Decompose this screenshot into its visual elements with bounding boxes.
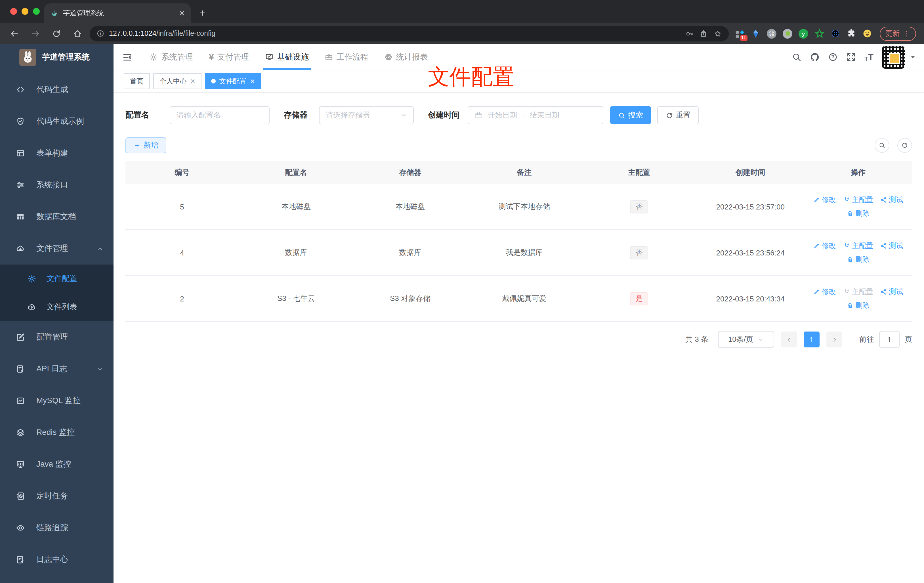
new-tab-button[interactable]: + [195,6,210,20]
sidebar-item-MySQL 监控[interactable]: MySQL 监控 [0,385,114,417]
window-close-button[interactable] [10,8,17,15]
nav-item-统计报表[interactable]: 统计报表 [376,44,436,70]
table-row: 2S3 - 七牛云S3 对象存储戴佩妮真可爱是2022-03-15 20:43:… [125,276,912,322]
date-range-input[interactable]: 开始日期 - 结束日期 [468,106,603,124]
nav-item-基础设施[interactable]: 基础设施 [257,44,317,70]
page-size-select[interactable]: 10条/页 [718,331,774,348]
browser-tab[interactable]: 芋道管理系统 ✕ [44,3,191,23]
font-size-icon[interactable]: TT [865,53,873,61]
chevron-down-icon [758,336,764,343]
config-name-label: 配置名 [125,110,149,121]
sidebar-item-代码生成[interactable]: 代码生成 [0,74,114,106]
forward-icon[interactable] [31,29,40,38]
add-button[interactable]: 新增 [125,137,166,153]
nav-item-支付管理[interactable]: ¥支付管理 [201,44,257,70]
tag-个人中心[interactable]: 个人中心✕ [153,73,201,89]
sidebar-item-链路追踪[interactable]: 链路追踪 [0,512,114,544]
search-button[interactable]: 搜索 [610,106,651,124]
tab-close-icon[interactable]: ✕ [179,9,185,17]
toggle-search-button[interactable] [874,138,889,153]
sidebar-item-文件列表[interactable]: 文件列表 [0,293,114,321]
nav-item-系统管理[interactable]: 系统管理 [141,44,201,70]
sidebar-item-label: 代码生成示例 [36,116,84,127]
trash-icon [847,210,854,217]
test-action[interactable]: 测试 [881,241,903,251]
sidebar-item-Redis 监控[interactable]: Redis 监控 [0,417,114,448]
pen-icon [813,197,820,203]
window-minimize-button[interactable] [21,8,28,15]
extension-y-icon[interactable]: y [798,28,809,39]
browser-update-button[interactable]: 更新 [880,26,916,41]
sidebar-item-定时任务[interactable]: 定时任务 [0,480,114,512]
back-icon[interactable] [10,29,19,38]
master-action[interactable]: 主配置 [843,241,873,251]
share-icon[interactable] [699,29,708,38]
sidebar-item-日志中心[interactable]: 日志中心 [0,544,114,576]
help-icon[interactable] [828,52,838,62]
sidebar-item-数据库文档[interactable]: 数据库文档 [0,201,114,233]
delete-action[interactable]: 删除 [847,254,870,264]
reset-button[interactable]: 重置 [657,106,699,124]
test-action[interactable]: 测试 [881,287,903,297]
reload-icon[interactable] [52,29,61,38]
sidebar-item-文件配置[interactable]: 文件配置 [0,264,114,293]
page-unit-label: 页 [905,334,912,345]
site-info-icon[interactable] [96,30,104,38]
extension-target-icon[interactable] [830,28,841,39]
fullscreen-icon[interactable] [846,52,856,62]
extension-command-icon[interactable]: ⌘ [766,28,777,39]
sidebar-collapse-icon[interactable] [122,52,132,62]
sidebar-item-Java 监控[interactable]: Java 监控 [0,448,114,480]
sidebar-item-API 日志[interactable]: API 日志 [0,353,114,385]
window-zoom-button[interactable] [33,8,40,15]
page-number-button[interactable]: 1 [804,332,820,347]
password-key-icon[interactable] [685,29,693,38]
master-tag: 是 [630,292,648,305]
goto-page-input[interactable]: 1 [879,331,899,348]
extension-gem-icon[interactable] [750,28,761,39]
url-bar[interactable]: 127.0.0.1:1024/infra/file/file-config [90,26,729,41]
app-title: 芋道管理系统 [42,52,90,63]
sidebar-item-配置管理[interactable]: 配置管理 [0,321,114,353]
tag-首页[interactable]: 首页 [124,73,150,89]
test-action[interactable]: 测试 [881,195,903,205]
edit-action[interactable]: 修改 [813,287,836,297]
storage-select[interactable]: 请选择存储器 [319,106,414,124]
extension-emoji-icon[interactable] [861,28,872,39]
sidebar-item-表单构建[interactable]: 表单构建 [0,137,114,169]
delete-action[interactable]: 删除 [847,209,870,218]
header-search-icon[interactable] [792,52,802,62]
close-icon[interactable]: ✕ [190,78,195,85]
github-icon[interactable] [810,52,820,62]
nav-item-工作流程[interactable]: 工作流程 [317,44,376,70]
sidebar-item-系统接口[interactable]: 系统接口 [0,169,114,201]
gear-icon [149,53,158,61]
delete-action[interactable]: 删除 [847,301,870,310]
refresh-table-button[interactable] [897,138,912,153]
bookmark-star-icon[interactable] [713,29,722,38]
app-logo[interactable]: 芋道管理系统 [0,44,114,70]
home-icon[interactable] [73,29,82,38]
edit-action[interactable]: 修改 [813,241,836,251]
cell-name: 数据库 [239,230,353,276]
cloud-down-icon [16,244,25,253]
sidebar-item-文件管理[interactable]: 文件管理 [0,233,114,264]
sidebar-item-label: 文件管理 [36,244,68,254]
extension-puzzle-icon[interactable] [846,28,856,39]
master-action[interactable]: 主配置 [843,195,873,205]
tag-文件配置[interactable]: 文件配置✕ [205,73,261,89]
extension-blocks-icon[interactable]: 11 [734,28,745,39]
extension-star-icon[interactable] [814,28,825,39]
edit-action[interactable]: 修改 [813,195,836,205]
config-name-input[interactable]: 请输入配置名 [170,106,270,124]
next-page-button[interactable] [827,332,842,347]
close-icon[interactable]: ✕ [250,78,255,85]
sidebar-item-代码生成示例[interactable]: 代码生成示例 [0,106,114,137]
browser-menu-dots-icon[interactable] [903,30,911,37]
extension-dot-icon[interactable] [782,28,793,39]
date-end-placeholder: 结束日期 [530,110,559,121]
prev-page-button[interactable] [781,332,797,347]
master-action[interactable]: 主配置 [843,287,873,297]
user-avatar[interactable] [882,46,905,68]
avatar-caret-icon[interactable] [910,54,916,60]
